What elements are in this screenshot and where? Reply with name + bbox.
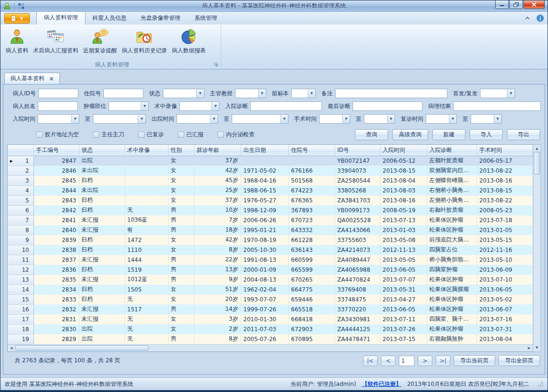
column-header[interactable]: 出生日期 (241, 145, 288, 156)
column-header[interactable]: 入院诊断 (427, 145, 477, 156)
quick-access-icon[interactable] (18, 3, 25, 9)
checkbox-label[interactable]: 胶片地址为空 (45, 131, 79, 139)
tumor-site-select[interactable]: ▼ (109, 101, 149, 111)
checkbox-label[interactable]: 内分泌检查 (226, 131, 254, 139)
surgery-date-from-select[interactable]: ▼ (319, 114, 350, 124)
minimize-button[interactable] (495, 0, 509, 9)
table-row[interactable]: 72841未汇报1036蓝男7岁2006-06-26670723QA002552… (8, 215, 533, 225)
ribbon-tab[interactable]: 系统管理 (187, 12, 224, 25)
followup-date-to-select[interactable]: ▼ (471, 114, 502, 124)
first-or-recurrence-select[interactable]: ▼ (480, 89, 515, 98)
resize-grip[interactable] (538, 381, 543, 387)
document-tab[interactable]: 病人基本资料 × (4, 73, 60, 84)
admission-diagnosis-input[interactable] (250, 101, 322, 111)
surgery-date-to-select[interactable]: ▼ (364, 114, 395, 124)
new-button[interactable]: 新建 (432, 129, 465, 140)
column-header[interactable]: 入院时间 (380, 145, 427, 156)
table-row[interactable]: 132835未汇报1012蓝男9岁2004-08-13670265ZA44708… (8, 275, 533, 284)
column-header[interactable]: 住院号 (288, 145, 335, 156)
column-header[interactable]: 术中录像 (125, 145, 168, 156)
row-header-cell[interactable]: 3 (8, 175, 34, 185)
column-header[interactable]: 手术时间 (477, 145, 533, 156)
endocrine-exam-checkbox[interactable] (218, 132, 224, 138)
application-menu-button[interactable]: ▼ (4, 13, 30, 24)
discharge-date-from-select[interactable]: ▼ (177, 114, 218, 124)
row-header-cell[interactable]: 16 (8, 304, 34, 314)
table-row[interactable]: 32845归档女45岁1968-04-16501568ZA25805442013… (8, 175, 533, 185)
reported-checkbox[interactable] (178, 132, 184, 138)
restore-button[interactable] (509, 0, 523, 9)
table-row[interactable]: 52843归档女37岁1976-05-27676365ZA38417032013… (8, 195, 533, 205)
row-header-cell[interactable]: 6 (8, 205, 34, 215)
prev-page-button[interactable]: < (381, 356, 396, 366)
row-header-cell[interactable]: 8 (8, 225, 34, 235)
table-row[interactable]: ▶12847出院女37岁YB00721472006-05-12左额叶胶质瘤200… (8, 156, 533, 166)
column-header[interactable]: 就诊年龄 (194, 145, 241, 156)
table-row[interactable]: 92839归档1472女42岁1970-08-19661228337556032… (8, 235, 533, 245)
ribbon-button[interactable]: 术后病人汇报资料 (31, 27, 81, 56)
vertical-scrollbar[interactable]: ▲ ▼ (533, 144, 541, 352)
admission-date-to-select[interactable]: ▼ (93, 114, 146, 124)
table-row[interactable]: 162832未汇报1517男14岁1999-07-266655183377022… (8, 304, 533, 314)
admission-number-input[interactable] (103, 89, 143, 98)
table-row[interactable]: 112837未汇报1444男22岁1991-08-13660599ZA40894… (8, 255, 533, 265)
ribbon-tab[interactable]: 光盘录像带管理 (134, 12, 187, 25)
export-current-page-button[interactable]: 导出当前页 (454, 355, 495, 366)
ribbon-button[interactable]: 病人资料 (3, 27, 31, 56)
row-header-cell[interactable]: 18 (8, 324, 34, 334)
scroll-left-icon[interactable]: ◀ (8, 345, 15, 351)
ribbon-tab[interactable]: 病人资料管理 (36, 11, 85, 25)
checkbox-label[interactable]: 已汇报 (186, 131, 203, 139)
table-row[interactable]: 182830出院无女2岁2011-07-03672903ZA4444125201… (8, 324, 533, 334)
table-row[interactable]: 122836归档1519男13岁2000-01-09665599ZA406598… (8, 265, 533, 275)
patient-name-input[interactable] (38, 101, 78, 111)
status-select[interactable]: ▼ (163, 89, 204, 98)
film-address-empty-checkbox[interactable] (36, 132, 42, 138)
row-header-cell[interactable]: 12 (8, 265, 34, 275)
row-header-cell[interactable]: 17 (8, 314, 34, 324)
specimen-kept-select[interactable]: ▼ (291, 89, 316, 98)
horizontal-scrollbar[interactable]: ◀ ▶ (8, 344, 533, 351)
row-header-cell[interactable]: 5 (8, 195, 34, 205)
remarks-input[interactable] (335, 89, 447, 98)
table-row[interactable]: 62842归档无男10岁1998-12-09367893YB0099173200… (8, 205, 533, 215)
table-row[interactable]: 172831未汇报无女3岁2010-01-30668418ZA343098120… (8, 314, 533, 324)
horizontal-scrollbar-thumb[interactable] (15, 345, 149, 350)
collapse-ribbon-icon[interactable] (525, 17, 530, 20)
dialog-launcher-icon[interactable] (214, 62, 219, 67)
row-header-cell[interactable]: 14 (8, 284, 34, 294)
last-page-button[interactable]: >| (436, 356, 450, 366)
table-row[interactable]: 102838归档1110女8岁2005-10-30636143ZA4214073… (8, 245, 533, 255)
ribbon-tab[interactable]: 科室人员信息 (85, 12, 134, 25)
followed-up-checkbox[interactable] (138, 132, 144, 138)
export-all-pages-button[interactable]: 导出全部页 (498, 355, 540, 366)
row-header-cell[interactable]: 9 (8, 235, 34, 245)
next-page-button[interactable]: > (418, 356, 432, 366)
document-tab-close-icon[interactable]: × (49, 76, 54, 82)
table-row[interactable]: 192829出院无男8岁2005-07-26670895ZA4478471201… (8, 334, 533, 344)
followup-date-from-select[interactable]: ▼ (426, 114, 457, 124)
row-header-cell[interactable]: 2 (8, 166, 34, 175)
table-row[interactable]: 22846未出院女42岁1971-05-02676166339040732013… (8, 166, 533, 175)
row-header-cell[interactable]: 7 (8, 215, 34, 225)
first-page-button[interactable]: |< (363, 356, 378, 366)
checkbox-label[interactable]: 主任主刀 (101, 131, 124, 139)
discharge-date-to-select[interactable]: ▼ (232, 114, 288, 124)
patient-id-input[interactable] (38, 89, 78, 98)
software-registered-link[interactable]: 【软件已注册】 (362, 380, 401, 388)
import-button[interactable]: 导入 (470, 129, 503, 140)
query-button[interactable]: 查询 (355, 129, 388, 140)
table-row[interactable]: 152833归档无女20岁1993-07-0765944633748475201… (8, 294, 533, 304)
page-number-input[interactable] (399, 356, 414, 366)
column-header[interactable]: 状态 (79, 145, 125, 156)
ribbon-button[interactable]: 病人资料历史记录 (119, 27, 169, 56)
row-header-cell[interactable]: 13 (8, 275, 34, 284)
intraop-video-select[interactable]: ▼ (179, 101, 219, 111)
chief-surgeon-checkbox[interactable] (93, 132, 99, 138)
column-header[interactable]: 性别 (168, 145, 194, 156)
row-header-cell[interactable]: 10 (8, 245, 34, 255)
checkbox-label[interactable]: 已复诊 (147, 131, 164, 139)
column-header[interactable]: ID号 (335, 145, 380, 156)
admission-date-from-select[interactable]: ▼ (38, 114, 79, 124)
ribbon-button[interactable]: 近期复诊提醒 (81, 27, 119, 56)
